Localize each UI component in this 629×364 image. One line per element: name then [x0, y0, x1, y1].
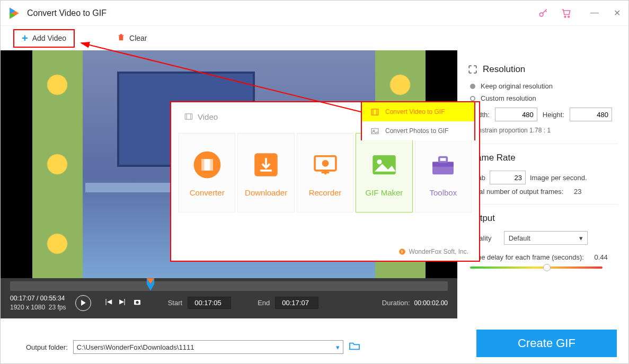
next-frame-button[interactable]: ▶|	[119, 298, 126, 308]
browse-folder-button[interactable]	[349, 341, 360, 353]
chevron-down-icon: ▾	[336, 343, 340, 351]
svg-rect-9	[210, 159, 212, 171]
start-label: Start	[168, 299, 182, 307]
clear-button[interactable]: Clear	[117, 33, 147, 43]
keep-resolution-radio[interactable]: Keep original resolution	[470, 82, 616, 90]
svg-rect-20	[371, 128, 378, 134]
convert-photos-to-gif-item[interactable]: Convert Photos to GIF	[362, 121, 474, 140]
cart-icon[interactable]	[561, 7, 572, 19]
duration-label: Duration:	[382, 299, 410, 307]
output-folder-input[interactable]: C:\Users\WonderFox\Downloads\1111 ▾	[73, 340, 343, 354]
svg-point-4	[136, 301, 138, 304]
create-gif-button[interactable]: Create GIF	[476, 330, 617, 357]
toolbox-card[interactable]: Toolbox	[415, 133, 472, 212]
height-input[interactable]	[570, 108, 612, 121]
delay-value: 0.44	[594, 253, 607, 261]
delay-slider[interactable]	[470, 267, 603, 269]
downloader-icon	[250, 149, 282, 181]
svg-point-0	[539, 13, 543, 16]
plus-icon: +	[22, 32, 28, 45]
radio-off-icon	[470, 96, 475, 101]
add-video-label: Add Video	[32, 34, 66, 42]
svg-point-14	[377, 159, 382, 164]
minimize-button[interactable]: —	[589, 8, 600, 18]
trim-handle-icon[interactable]	[146, 277, 155, 292]
svg-point-2	[568, 16, 570, 17]
converter-icon	[191, 149, 223, 181]
convert-video-to-gif-item[interactable]: Convert Video to GIF	[362, 102, 474, 121]
clear-label: Clear	[129, 34, 147, 42]
title-bar: Convert Video to GIF — ✕	[1, 1, 628, 26]
framerate-title: Frame Rate	[468, 153, 618, 163]
delay-label: Time delay for each frame (seconds):	[470, 253, 584, 261]
play-button[interactable]	[75, 295, 91, 311]
output-folder-row: Output folder: C:\Users\WonderFox\Downlo…	[26, 340, 360, 354]
image-icon	[369, 126, 380, 136]
resolution-title: Resolution	[468, 64, 618, 75]
player-controls: 00:17:07 / 00:55:34 1920 x 1080 23 fps |…	[1, 278, 457, 318]
total-frames-value: 23	[574, 188, 581, 196]
key-icon[interactable]	[537, 7, 549, 19]
output-folder-label: Output folder:	[26, 343, 68, 351]
total-frames-label: Total number of output frames:	[470, 188, 563, 196]
output-title: Output	[468, 213, 618, 224]
gif-maker-icon	[368, 149, 400, 181]
custom-resolution-radio[interactable]: Custom resolution	[470, 94, 616, 102]
recorder-card[interactable]: Recorder	[297, 133, 353, 212]
radio-on-icon	[470, 84, 475, 89]
duration-value: 00:00:02.00	[414, 299, 448, 307]
gif-maker-card[interactable]: GIF Maker	[356, 133, 412, 212]
close-button[interactable]: ✕	[612, 8, 622, 18]
settings-panel: Resolution Keep original resolution Cust…	[457, 50, 628, 318]
time-info: 00:17:07 / 00:55:34 1920 x 1080 23 fps	[10, 294, 66, 312]
chevron-down-icon: ▾	[579, 234, 583, 242]
film-icon	[369, 106, 380, 117]
prev-frame-button[interactable]: |◀	[105, 298, 111, 308]
popup-tab-label: Video	[198, 112, 218, 121]
constrain-proportion: Constrain proportion 1.78 : 1	[470, 127, 616, 134]
converter-card[interactable]: Converter	[179, 133, 235, 212]
slider-thumb[interactable]	[543, 264, 551, 271]
svg-rect-19	[371, 109, 378, 114]
height-label: Height:	[543, 111, 564, 119]
svg-point-12	[322, 159, 329, 166]
downloader-card[interactable]: Downloader	[237, 133, 294, 212]
recorder-icon	[309, 149, 341, 181]
trash-icon	[117, 33, 125, 43]
end-label: End	[258, 299, 270, 307]
width-input[interactable]	[495, 108, 537, 121]
popup-footer: WonderFox Soft, Inc.	[398, 248, 469, 255]
add-video-button[interactable]: + Add Video	[13, 29, 75, 48]
svg-rect-8	[201, 159, 204, 171]
app-logo-icon	[7, 6, 22, 21]
gif-maker-submenu: Convert Video to GIF Convert Photos to G…	[361, 101, 475, 140]
snapshot-button[interactable]	[133, 298, 141, 308]
per-second-label: Image per second.	[530, 174, 587, 182]
svg-point-1	[564, 16, 566, 17]
quality-select[interactable]: Default ▾	[504, 231, 588, 245]
end-time-field[interactable]: 00:17:07	[275, 297, 318, 309]
toolbar: + Add Video Clear	[1, 26, 628, 50]
toolbox-icon	[427, 149, 459, 181]
timeline[interactable]	[10, 281, 448, 291]
svg-rect-17	[439, 157, 447, 162]
svg-rect-5	[185, 114, 192, 120]
start-time-field[interactable]: 00:17:05	[188, 297, 231, 309]
framerate-input[interactable]	[490, 171, 526, 184]
window-title: Convert Video to GIF	[27, 8, 107, 18]
